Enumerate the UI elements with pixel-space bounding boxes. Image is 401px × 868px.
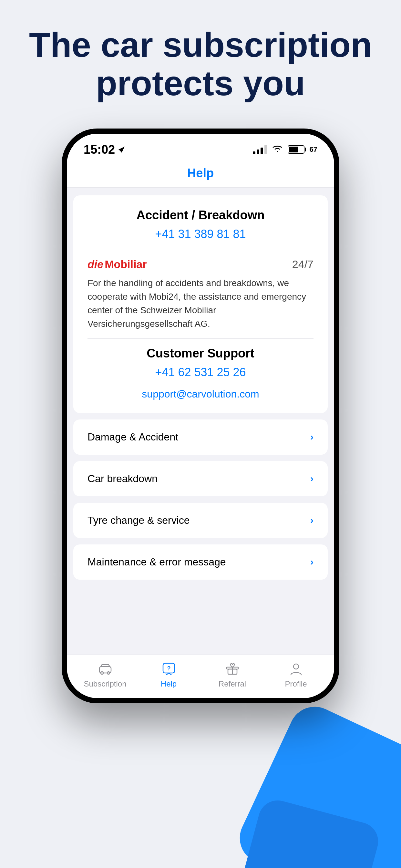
car-icon — [97, 661, 114, 678]
divider-2 — [88, 338, 313, 339]
chevron-icon: › — [310, 431, 313, 442]
menu-item-tyre[interactable]: Tyre change & service › — [73, 503, 328, 538]
tab-help[interactable]: ? Help — [137, 661, 201, 688]
accident-phone[interactable]: +41 31 389 81 81 — [88, 227, 313, 241]
main-headline: The car subscription protects you — [0, 26, 401, 103]
menu-item-breakdown[interactable]: Car breakdown › — [73, 461, 328, 496]
mobiliar-logo: die Mobiliar — [88, 258, 147, 271]
menu-item-maintenance[interactable]: Maintenance & error message › — [73, 545, 328, 580]
tab-bar: Subscription ? Help — [67, 655, 334, 698]
location-arrow-icon — [118, 146, 125, 153]
tab-subscription[interactable]: Subscription — [73, 661, 137, 688]
content-area: Accident / Breakdown +41 31 389 81 81 di… — [67, 188, 334, 655]
status-icons: 67 — [253, 144, 317, 155]
accident-title: Accident / Breakdown — [88, 208, 313, 222]
partner-row: die Mobiliar 24/7 — [88, 258, 313, 271]
tab-profile-label: Profile — [285, 679, 307, 688]
menu-item-damage[interactable]: Damage & Accident › — [73, 420, 328, 455]
svg-text:?: ? — [167, 665, 171, 672]
chevron-icon: › — [310, 473, 313, 484]
chevron-icon: › — [310, 515, 313, 526]
accident-card: Accident / Breakdown +41 31 389 81 81 di… — [73, 195, 328, 413]
tab-profile[interactable]: Profile — [264, 661, 328, 688]
chevron-icon: › — [310, 556, 313, 567]
divider-1 — [88, 250, 313, 250]
status-bar: 15:02 — [67, 134, 334, 160]
page-title-bar: Help — [67, 160, 334, 188]
tab-referral-label: Referral — [219, 679, 246, 688]
page-title: Help — [67, 166, 334, 180]
tab-subscription-label: Subscription — [84, 679, 126, 688]
profile-icon — [288, 661, 305, 678]
signal-icon — [253, 145, 267, 154]
help-icon: ? — [160, 661, 177, 678]
status-time: 15:02 — [84, 143, 125, 157]
support-phone[interactable]: +41 62 531 25 26 — [88, 366, 313, 379]
phone-mockup: 15:02 — [62, 128, 339, 703]
battery-icon — [288, 145, 305, 154]
support-email[interactable]: support@carvolution.com — [88, 388, 313, 400]
partner-description: For the handling of accidents and breakd… — [88, 276, 313, 331]
tab-referral[interactable]: Referral — [201, 661, 264, 688]
support-title: Customer Support — [88, 346, 313, 361]
wifi-icon — [272, 144, 282, 155]
tab-help-label: Help — [161, 679, 177, 688]
svg-point-8 — [294, 664, 299, 669]
gift-icon — [224, 661, 241, 678]
